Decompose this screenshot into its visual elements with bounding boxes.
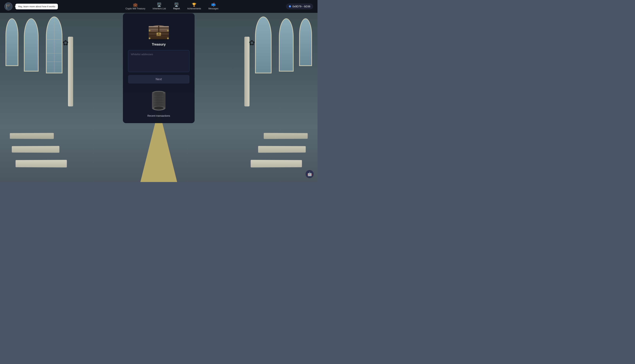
wallet-dot bbox=[289, 5, 291, 8]
window-grid-cl bbox=[47, 18, 62, 72]
nav-inheritors-list[interactable]: 🖥️ Inheritors List bbox=[153, 3, 166, 10]
scroll-svg bbox=[149, 90, 169, 112]
chat-emoji: 🤖 bbox=[307, 172, 312, 176]
bg-window-far-right-1 bbox=[299, 18, 312, 66]
svg-point-24 bbox=[154, 92, 163, 94]
pew-right-far bbox=[264, 133, 308, 139]
navbar-center: 💼 Crypto Will Treasury 🖥️ Inheritors Lis… bbox=[125, 3, 219, 10]
tooltip-bubble: Hey, learn more about how it works bbox=[16, 4, 58, 9]
achievements-icon: 🏆 bbox=[192, 3, 196, 6]
svg-rect-15 bbox=[158, 34, 159, 35]
wallet-address: 0x9D79····bD36 bbox=[293, 5, 310, 8]
svg-point-19 bbox=[167, 38, 169, 39]
navbar: 🏴 Hey, learn more about how it works 💼 C… bbox=[0, 0, 317, 13]
nav-achievements-label: Achievements bbox=[187, 7, 201, 10]
nav-report-label: Report bbox=[173, 7, 180, 10]
bg-window-far-left-2 bbox=[24, 18, 39, 72]
logo[interactable]: 🏴 bbox=[5, 2, 13, 10]
flower-right: ✿ bbox=[249, 38, 255, 47]
nav-crypto-will-treasury[interactable]: 💼 Crypto Will Treasury bbox=[125, 3, 145, 10]
inheritors-list-icon: 🖥️ bbox=[157, 3, 161, 6]
pew-left-front bbox=[16, 160, 67, 167]
navbar-right: 0x9D79····bD36 bbox=[286, 4, 313, 9]
svg-rect-11 bbox=[158, 26, 159, 30]
pew-left-back bbox=[12, 146, 59, 153]
nav-achievements[interactable]: 🏆 Achievements bbox=[187, 3, 201, 10]
pew-left-far bbox=[10, 133, 54, 139]
flower-left: ✿ bbox=[63, 38, 69, 47]
pew-right-back bbox=[258, 146, 306, 153]
wallet-badge[interactable]: 0x9D79····bD36 bbox=[286, 4, 313, 9]
bg-window-far-right-2 bbox=[279, 18, 294, 72]
nav-report[interactable]: 🖥️ Report bbox=[173, 3, 180, 10]
chest-illustration bbox=[146, 18, 172, 40]
whitelist-textarea[interactable] bbox=[128, 50, 189, 72]
svg-point-18 bbox=[149, 38, 150, 39]
chat-icon[interactable]: 🤖 bbox=[305, 170, 314, 178]
svg-point-27 bbox=[154, 106, 163, 110]
column-right bbox=[244, 37, 250, 106]
column-left bbox=[68, 37, 73, 106]
recent-tx-label: Recent transactions bbox=[147, 114, 170, 117]
treasury-title: Treasury bbox=[152, 42, 165, 46]
chest-svg bbox=[146, 18, 172, 40]
nav-inheritors-list-label: Inheritors List bbox=[153, 7, 166, 10]
nav-messages-label: Messages bbox=[208, 7, 219, 10]
modal-card: Treasury Next bbox=[123, 13, 194, 123]
navbar-left: 🏴 Hey, learn more about how it works bbox=[5, 2, 58, 10]
svg-point-16 bbox=[149, 30, 150, 32]
report-icon: 🖥️ bbox=[174, 3, 179, 6]
bg-window-center-right bbox=[255, 16, 272, 74]
tooltip-text: Hey, learn more about how it works bbox=[18, 5, 55, 8]
nav-crypto-will-treasury-label: Crypto Will Treasury bbox=[125, 7, 145, 10]
crypto-will-treasury-icon: 💼 bbox=[133, 3, 138, 6]
pew-right-front bbox=[251, 160, 302, 167]
bg-window-far-left-1 bbox=[6, 18, 18, 66]
next-button[interactable]: Next bbox=[128, 75, 189, 84]
nav-messages[interactable]: 📫 Messages bbox=[208, 3, 219, 10]
svg-point-17 bbox=[167, 30, 169, 32]
scroll-illustration bbox=[148, 88, 170, 112]
messages-icon: 📫 bbox=[211, 3, 216, 6]
